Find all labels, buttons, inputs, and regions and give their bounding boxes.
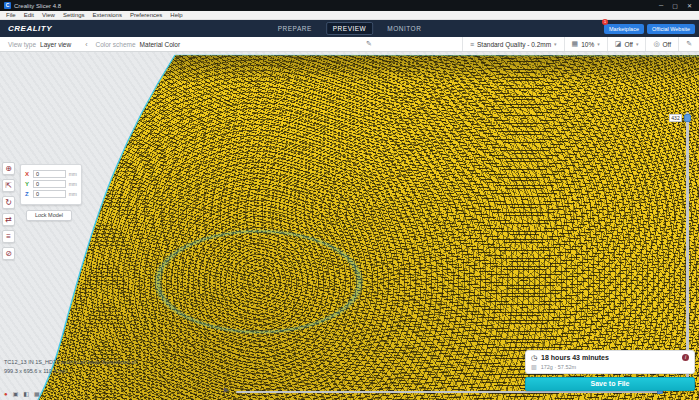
header-actions: 1 Marketplace Official Website [604,24,695,34]
menu-preferences[interactable]: Preferences [126,12,166,18]
play-icon[interactable]: ▶ [224,386,229,393]
y-unit-label: mm [69,181,77,187]
layer-slider-handle[interactable] [684,114,691,122]
marketplace-button[interactable]: Marketplace [604,24,644,34]
move-icon: ⊕ [5,164,12,173]
menu-edit[interactable]: Edit [20,12,38,18]
app-logo-icon: C [4,2,11,9]
lock-model-button[interactable]: Lock Model [26,210,72,221]
z-unit-label: mm [69,191,77,197]
view-settings-group: View type Layer view ‹ Color scheme Mate… [0,41,186,48]
y-position-row: Y 0 mm [25,180,77,188]
window-controls: ─ ▢ ✕ [659,2,695,9]
grid-view-icon[interactable]: ▦ [34,390,40,397]
minimize-button[interactable]: ─ [659,2,663,9]
support-selector[interactable]: ◪ Off ▾ [608,37,647,51]
z-axis-label: Z [25,191,30,197]
maximize-button[interactable]: ▢ [672,2,678,9]
chevron-down-icon: ▾ [554,41,557,47]
print-settings-bar: ≡ Standard Quality - 0.2mm ▾ ▦ 10% ▾ ◪ O… [462,37,699,51]
view-option-icon[interactable]: ▣ [13,390,19,397]
tab-preview[interactable]: PREVIEW [326,22,373,35]
print-profile-selector[interactable]: ≡ Standard Quality - 0.2mm ▾ [463,37,565,51]
clock-icon: ◷ [531,354,537,361]
simulation-slider-track[interactable] [236,391,661,393]
infill-selector[interactable]: ▦ 10% ▾ [565,37,608,51]
z-position-row: Z 0 mm [25,190,77,198]
tool-strip: ⊕ ⇱ ↻ ⇄ ≡ ⊘ [2,162,15,260]
camera-view-icon[interactable]: ◧ [23,390,29,397]
y-position-field[interactable]: 0 [33,180,66,188]
infill-icon: ▦ [572,40,579,48]
stage-tabs: PREPARE PREVIEW MONITOR [272,22,428,35]
print-profile-value: Standard Quality - 0.2mm [477,41,551,48]
chevron-down-icon: ▾ [636,41,639,47]
support-blocker-icon: ⊘ [5,249,12,258]
view-type-label: View type [8,41,36,48]
close-button[interactable]: ✕ [687,2,692,9]
support-icon: ◪ [615,40,622,48]
model-info: TC12_13 IN 1S_HD73 outer bush body 3pcs(… [4,358,137,376]
info-icon[interactable]: i [682,354,689,361]
support-value: Off [624,41,633,48]
per-model-settings-icon: ≡ [6,232,11,241]
x-axis-label: X [25,171,30,177]
save-to-file-button[interactable]: Save to File [525,377,695,391]
scale-icon: ⇱ [5,181,12,190]
support-blocker-button[interactable]: ⊘ [2,247,15,260]
menu-help[interactable]: Help [166,12,186,18]
edit-print-settings[interactable]: ✎ [679,37,699,51]
mirror-icon: ⇄ [5,215,12,224]
per-model-settings-button[interactable]: ≡ [2,230,15,243]
view-type-dropdown[interactable]: Layer view [40,41,71,48]
adhesion-icon: ◎ [653,40,659,48]
x-position-field[interactable]: 0 [33,170,66,178]
model-dimensions: 999.3 x 695.6 x 110.9 mm [4,367,137,376]
official-website-button[interactable]: Official Website [647,24,695,34]
material-usage: 172g · 57.52m [541,364,576,370]
edit-view-settings-icon[interactable]: ✎ [366,40,372,48]
menu-bar: File Edit View Settings Extensions Prefe… [0,11,699,20]
color-scheme-label: Color scheme [96,41,136,48]
scale-tool-button[interactable]: ⇱ [2,179,15,192]
menu-view[interactable]: View [38,12,59,18]
rotate-icon: ↻ [5,198,12,207]
menu-settings[interactable]: Settings [59,12,89,18]
app-header: CREALITY PREPARE PREVIEW MONITOR 1 Marke… [0,20,699,37]
filament-spool-icon: ▥ [531,364,537,370]
mirror-tool-button[interactable]: ⇄ [2,213,15,226]
infill-value: 10% [581,41,594,48]
creality-logo: CREALITY [8,24,52,33]
layer-slider-track[interactable] [686,112,689,388]
x-unit-label: mm [69,171,77,177]
profile-icon: ≡ [470,41,474,48]
y-axis-label: Y [25,181,30,187]
tab-prepare[interactable]: PREPARE [272,23,318,34]
title-bar: C Creality Slicer 4.8 ─ ▢ ✕ [0,0,699,11]
window-title: Creality Slicer 4.8 [14,3,61,9]
adhesion-selector[interactable]: ◎ Off [646,37,679,51]
edit-print-settings-icon: ✎ [686,40,692,48]
x-position-row: X 0 mm [25,170,77,178]
view-toolbar: View type Layer view ‹ Color scheme Mate… [0,37,699,52]
rotate-tool-button[interactable]: ↻ [2,196,15,209]
record-dot-icon[interactable]: ● [4,391,8,397]
app-window: C Creality Slicer 4.8 ─ ▢ ✕ File Edit Vi… [0,0,699,400]
menu-file[interactable]: File [2,12,20,18]
color-scheme-dropdown[interactable]: Material Color [140,41,180,48]
tab-monitor[interactable]: MONITOR [381,23,427,34]
collapse-panel-icon[interactable]: ‹ [85,41,87,48]
viewport-corner-icons: ● ▣ ◧ ▦ [4,390,40,397]
print-summary-card: ◷ 18 hours 43 minutes i ▥ 172g · 57.52m [525,350,695,374]
z-position-field[interactable]: 0 [33,190,66,198]
chevron-down-icon: ▾ [597,41,600,47]
print-time-estimate: 18 hours 43 minutes [541,354,678,361]
sliced-model-preview[interactable] [0,52,699,400]
notification-badge: 1 [602,19,608,25]
menu-extensions[interactable]: Extensions [89,12,126,18]
adhesion-value: Off [663,41,672,48]
position-panel: X 0 mm Y 0 mm Z 0 mm [20,164,82,205]
move-tool-button[interactable]: ⊕ [2,162,15,175]
3d-viewport[interactable]: ⊕ ⇱ ↻ ⇄ ≡ ⊘ X 0 mm Y 0 mm Z 0 mm [0,52,699,400]
layer-number-badge: 432 [669,114,682,122]
